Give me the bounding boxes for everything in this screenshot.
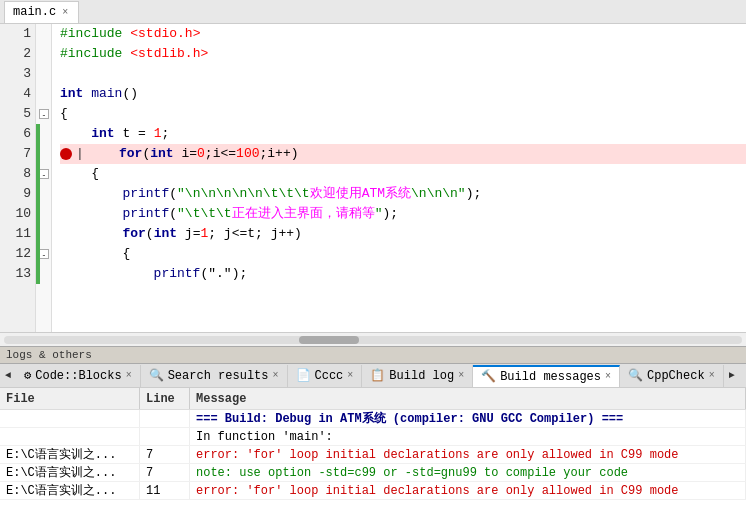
bottom-tab-label-search: Search results xyxy=(168,369,269,383)
bottom-tab-codeblocks[interactable]: ⚙Code::Blocks× xyxy=(16,365,141,387)
bottom-tab-label-cppcheck: CppCheck xyxy=(647,369,705,383)
msg-file-0 xyxy=(0,410,140,427)
msg-line-1 xyxy=(140,428,190,445)
gutter-line-6 xyxy=(36,124,51,144)
token-kw: int xyxy=(60,84,83,104)
bottom-tab-close-cppcheck[interactable]: × xyxy=(709,370,715,381)
code-line-8[interactable]: { xyxy=(60,164,746,184)
msg-message-0: === Build: Debug in ATM系统 (compiler: GNU… xyxy=(190,410,746,427)
token-fn: printf xyxy=(60,264,200,284)
green-bar-6 xyxy=(36,124,40,144)
gutter-line-12: - xyxy=(36,244,51,264)
bottom-tab-cccc[interactable]: 📄Cccc× xyxy=(288,365,363,387)
code-line-2[interactable]: #include <stdlib.h> xyxy=(60,44,746,64)
bottom-tab-close-cccc[interactable]: × xyxy=(347,370,353,381)
token-plain: { xyxy=(60,104,68,124)
msg-message-3: note: use option -std=c99 or -std=gnu99 … xyxy=(190,464,746,481)
token-plain xyxy=(60,124,91,144)
bottom-tab-buildlog[interactable]: 📋Build log× xyxy=(362,365,473,387)
line-numbers: 12345678910111213 xyxy=(0,24,36,332)
bottom-panel-label: logs & others xyxy=(0,346,746,364)
green-bar-10 xyxy=(36,204,40,224)
line-number-12: 12 xyxy=(0,244,31,264)
token-plain: ;i++) xyxy=(259,144,298,164)
bottom-tab-buildmessages[interactable]: 🔨Build messages× xyxy=(473,365,620,387)
bottom-tab-cppcheck[interactable]: 🔍CppCheck× xyxy=(620,365,724,387)
code-line-11[interactable]: for(int j=1; j<=t; j++) xyxy=(60,224,746,244)
scrollbar-thumb[interactable] xyxy=(299,336,359,344)
breakpoint-7[interactable] xyxy=(60,148,72,160)
token-kw: int xyxy=(150,144,173,164)
code-line-12[interactable]: { xyxy=(60,244,746,264)
token-fn: printf xyxy=(60,184,169,204)
code-content[interactable]: #include <stdio.h>#include <stdlib.h>int… xyxy=(52,24,746,332)
msg-line-0 xyxy=(140,410,190,427)
code-line-10[interactable]: printf("\t\t\t正在进入主界面，请稍等"); xyxy=(60,204,746,224)
token-plain: () xyxy=(122,84,138,104)
code-line-7[interactable]: | for(int i=0;i<=100;i++) xyxy=(60,144,746,164)
gutter-line-9 xyxy=(36,184,51,204)
token-include: #include xyxy=(60,44,122,64)
code-line-5[interactable]: { xyxy=(60,104,746,124)
token-fn: main xyxy=(91,84,122,104)
token-include: #include xyxy=(60,24,122,44)
token-plain xyxy=(83,84,91,104)
cccc-icon: 📄 xyxy=(296,368,311,383)
line-number-11: 11 xyxy=(0,224,31,244)
bottom-tab-label-buildlog: Build log xyxy=(389,369,454,383)
fold-marker-12[interactable]: - xyxy=(39,249,49,259)
code-line-3[interactable] xyxy=(60,64,746,84)
bottom-tabs-left-arrow[interactable]: ◄ xyxy=(0,364,16,387)
token-plain: ); xyxy=(466,184,482,204)
code-line-1[interactable]: #include <stdio.h> xyxy=(60,24,746,44)
bottom-tabs-right-arrow[interactable]: ► xyxy=(724,364,740,387)
messages-area: File Line Message === Build: Debug in AT… xyxy=(0,388,746,500)
msg-row-1[interactable]: In function 'main': xyxy=(0,428,746,446)
token-plain: ( xyxy=(169,184,177,204)
token-plain: ( xyxy=(146,224,154,244)
bottom-tab-label-codeblocks: Code::Blocks xyxy=(35,369,121,383)
msg-line-2: 7 xyxy=(140,446,190,463)
msg-message-4: error: 'for' loop initial declarations a… xyxy=(190,482,746,499)
line-number-5: 5 xyxy=(0,104,31,124)
token-plain: ( xyxy=(142,144,150,164)
fold-marker-5[interactable]: - xyxy=(39,109,49,119)
code-line-4[interactable]: int main() xyxy=(60,84,746,104)
msg-message-1: In function 'main': xyxy=(190,428,746,445)
token-num: 1 xyxy=(200,224,208,244)
buildmessages-icon: 🔨 xyxy=(481,369,496,384)
msg-file-4: E:\C语言实训之... xyxy=(0,482,140,499)
token-str: " xyxy=(375,204,383,224)
arrow-7: | xyxy=(76,144,84,164)
fold-marker-8[interactable]: - xyxy=(39,169,49,179)
code-line-6[interactable]: int t = 1; xyxy=(60,124,746,144)
msg-row-0[interactable]: === Build: Debug in ATM系统 (compiler: GNU… xyxy=(0,410,746,428)
bottom-tab-search[interactable]: 🔍Search results× xyxy=(141,365,288,387)
msg-row-4[interactable]: E:\C语言实训之...11error: 'for' loop initial … xyxy=(0,482,746,500)
msg-row-3[interactable]: E:\C语言实训之...7note: use option -std=c99 o… xyxy=(0,464,746,482)
code-line-13[interactable]: printf("."); xyxy=(60,264,746,284)
bottom-tab-close-buildmessages[interactable]: × xyxy=(605,371,611,382)
editor-tab-bar: main.c × xyxy=(0,0,746,24)
msg-line-4: 11 xyxy=(140,482,190,499)
editor-scrollbar[interactable] xyxy=(0,332,746,346)
green-bar-7 xyxy=(36,144,40,164)
token-plain xyxy=(122,24,130,44)
gutter-line-1 xyxy=(36,24,51,44)
line-number-1: 1 xyxy=(0,24,31,44)
line-number-8: 8 xyxy=(0,164,31,184)
msg-row-2[interactable]: E:\C语言实训之...7error: 'for' loop initial d… xyxy=(0,446,746,464)
bottom-tab-close-codeblocks[interactable]: × xyxy=(126,370,132,381)
token-plain: j= xyxy=(177,224,200,244)
bottom-tab-close-buildlog[interactable]: × xyxy=(458,370,464,381)
token-num: 100 xyxy=(236,144,259,164)
code-line-9[interactable]: printf("\n\n\n\n\n\t\t\t欢迎使用ATM系统\n\n\n"… xyxy=(60,184,746,204)
msg-message-2: error: 'for' loop initial declarations a… xyxy=(190,446,746,463)
bottom-tab-close-search[interactable]: × xyxy=(273,370,279,381)
token-plain: i= xyxy=(174,144,197,164)
main-c-tab-close[interactable]: × xyxy=(60,7,70,18)
main-c-tab[interactable]: main.c × xyxy=(4,1,79,23)
cppcheck-icon: 🔍 xyxy=(628,368,643,383)
token-str: \n\n\n" xyxy=(411,184,466,204)
token-plain: ;i<= xyxy=(205,144,236,164)
